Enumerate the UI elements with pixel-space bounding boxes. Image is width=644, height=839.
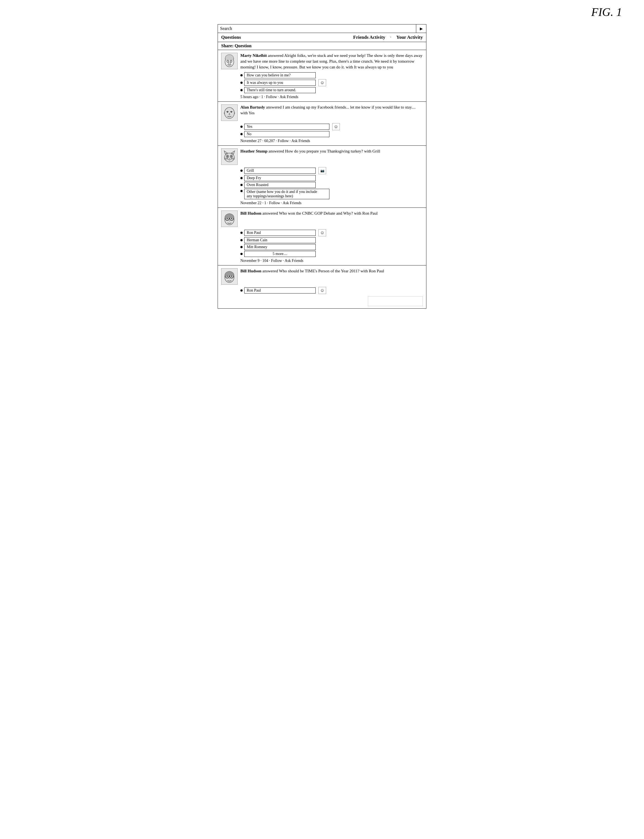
post5-text: Bill Hudson answered Who should be TIME'… — [240, 268, 423, 274]
svg-point-13 — [231, 156, 232, 157]
option-box[interactable]: Herman Cain — [244, 237, 316, 243]
post3-meta: November 22 · 1 · Follow · Ask Friends — [240, 201, 423, 205]
avatar-bill2 — [221, 268, 238, 285]
bullet-icon — [240, 74, 243, 76]
bullet-icon — [240, 232, 243, 234]
your-activity-link[interactable]: Your Activity — [396, 35, 423, 40]
bullet-icon — [240, 190, 243, 192]
option-box[interactable]: Oven Roasted — [244, 182, 316, 188]
option-box[interactable]: Deep Fry — [244, 175, 316, 181]
ask-friends-link[interactable]: Ask Friends — [291, 139, 310, 143]
follow-link[interactable]: Follow — [266, 95, 277, 99]
svg-point-7 — [231, 112, 232, 113]
list-item: How can you believe in me? — [240, 72, 423, 78]
image-icon: 📷 — [319, 167, 326, 174]
post-block: Bill Hudson answered Who should be TIME'… — [218, 265, 426, 308]
bullet-icon — [240, 177, 243, 179]
ask-friends-link[interactable]: Ask Friends — [285, 258, 303, 263]
option-box[interactable]: There's still time to turn around. — [244, 87, 316, 93]
bullet-icon — [240, 253, 243, 255]
list-item: Other (name how you do it and if you inc… — [240, 189, 423, 199]
post1-options: How can you believe in me? It was always… — [240, 72, 423, 93]
avatar-alan — [221, 104, 238, 121]
post-block: Bill Hudson answered Who won the CNBC GO… — [218, 208, 426, 265]
post-block: Marty Nikelbit answered Alright folks, w… — [218, 50, 426, 102]
list-item: No — [240, 131, 423, 137]
bullet-icon — [240, 290, 243, 291]
svg-point-9 — [225, 153, 234, 162]
smiley-icon: ☺ — [319, 229, 326, 236]
post1-meta: 5 hours ago · 1 · Follow · Ask Friends — [240, 95, 423, 99]
ask-friends-link[interactable]: Ask Friends — [283, 201, 301, 205]
bullet-icon — [240, 126, 243, 128]
nav-questions[interactable]: Questions — [221, 35, 241, 40]
list-item: 5 more.... — [240, 251, 423, 257]
empty-box — [368, 296, 423, 306]
follow-link[interactable]: Follow — [269, 201, 280, 205]
main-container: ▶ Questions Friends Activity · Your Acti… — [218, 24, 426, 309]
option-box[interactable]: 5 more.... — [244, 251, 316, 257]
list-item: There's still time to turn around. — [240, 87, 423, 93]
bullet-icon — [240, 246, 243, 248]
list-item: Oven Roasted — [240, 182, 423, 188]
post2-text: Alan Bartusly answered I am cleaning up … — [240, 104, 423, 116]
bullet-icon — [240, 82, 243, 84]
post2-meta: November 27 · 60,207 · Follow · Ask Frie… — [240, 139, 423, 143]
follow-link[interactable]: Follow — [271, 258, 282, 263]
smiley-icon: ☺ — [332, 123, 340, 130]
option-box[interactable]: It was always up to you — [244, 80, 316, 86]
avatar-heather — [221, 148, 238, 165]
post-block: Alan Bartusly answered I am cleaning up … — [218, 102, 426, 146]
list-item: Yes ☺ — [240, 123, 423, 130]
list-item: Ron Paul ☺ — [240, 229, 423, 236]
bullet-icon — [240, 239, 243, 241]
post3-options: Grill 📷 Deep Fry Oven Roasted Other (nam… — [240, 167, 423, 199]
option-box[interactable]: Mitt Romney — [244, 244, 316, 250]
option-box[interactable]: Ron Paul — [244, 230, 316, 236]
nav-row: Questions Friends Activity · Your Activi… — [218, 33, 426, 42]
friends-activity-link[interactable]: Friends Activity — [353, 35, 386, 40]
share-row: Share: Question — [218, 42, 426, 50]
list-item: It was always up to you ☺ — [240, 79, 423, 86]
list-item: Grill 📷 — [240, 167, 423, 174]
post4-meta: November 9 · 104 · Follow · Ask Friends — [240, 258, 423, 263]
share-type[interactable]: Question — [235, 43, 251, 48]
search-bar: ▶ — [218, 25, 426, 33]
share-label: Share: — [221, 43, 233, 48]
option-box[interactable]: Other (name how you do it and if you inc… — [244, 189, 329, 199]
smiley-icon: ☺ — [319, 79, 326, 86]
fig-title: FIG. 1 — [5, 5, 639, 19]
post2-options: Yes ☺ No — [240, 123, 423, 137]
nav-right: Friends Activity · Your Activity — [353, 35, 423, 40]
list-item: Mitt Romney — [240, 244, 423, 250]
post4-options: Ron Paul ☺ Herman Cain Mitt Romney 5 mor… — [240, 229, 423, 257]
option-box[interactable]: How can you believe in me? — [244, 72, 316, 78]
avatar-bill1 — [221, 211, 238, 227]
option-box[interactable]: Ron Paul — [244, 288, 316, 293]
list-item: Herman Cain — [240, 237, 423, 243]
svg-point-6 — [227, 112, 228, 113]
smiley-icon: ☺ — [319, 287, 326, 294]
svg-point-12 — [227, 156, 228, 157]
post-block: Heather Stump answered How do you prepar… — [218, 146, 426, 208]
option-box[interactable]: No — [244, 131, 329, 137]
bullet-icon — [240, 184, 243, 186]
bullet-icon — [240, 133, 243, 135]
option-box[interactable]: Grill — [244, 168, 316, 174]
nav-separator: · — [390, 35, 391, 40]
post5-options: Ron Paul ☺ — [240, 287, 423, 294]
post3-text: Heather Stump answered How do you prepar… — [240, 148, 423, 154]
option-box[interactable]: Yes — [244, 124, 329, 130]
search-input[interactable] — [218, 25, 416, 33]
avatar-marty — [221, 53, 238, 69]
bullet-icon — [240, 169, 243, 172]
post4-text: Bill Hudson answered Who won the CNBC GO… — [240, 211, 423, 216]
list-item: Ron Paul ☺ — [240, 287, 423, 294]
search-button[interactable]: ▶ — [416, 25, 426, 33]
list-item: Deep Fry — [240, 175, 423, 181]
follow-link[interactable]: Follow — [278, 139, 289, 143]
bullet-icon — [240, 89, 243, 91]
post1-text: Marty Nikelbit answered Alright folks, w… — [240, 53, 423, 70]
ask-friends-link[interactable]: Ask Friends — [280, 95, 298, 99]
